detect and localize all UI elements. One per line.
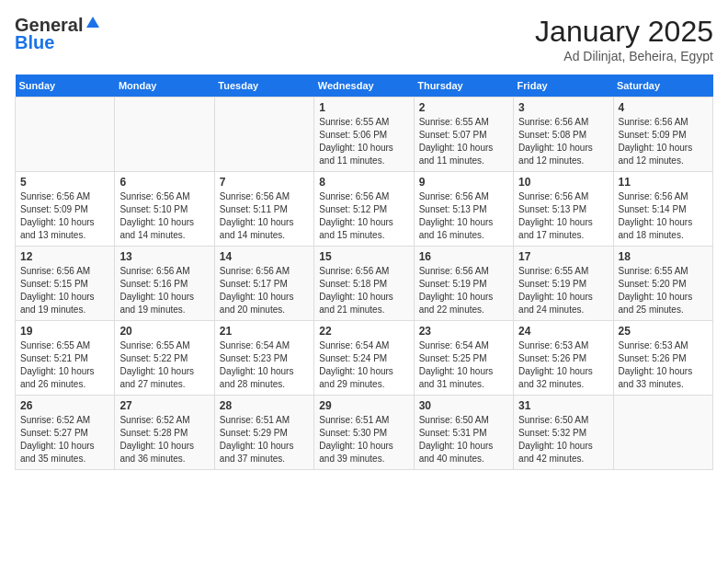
- calendar-cell: 11Sunrise: 6:56 AMSunset: 5:14 PMDayligh…: [613, 172, 712, 247]
- day-info: Sunrise: 6:56 AMSunset: 5:15 PMDaylight:…: [20, 265, 109, 316]
- calendar-cell: [613, 396, 712, 470]
- calendar-cell: 29Sunrise: 6:51 AMSunset: 5:30 PMDayligh…: [314, 396, 414, 470]
- day-info: Sunrise: 6:56 AMSunset: 5:09 PMDaylight:…: [619, 116, 708, 167]
- logo-triangle-icon: [85, 16, 100, 34]
- calendar-cell: [115, 98, 214, 172]
- calendar-cell: [16, 98, 115, 172]
- day-of-week-header: Tuesday: [214, 75, 313, 98]
- day-info: Sunrise: 6:55 AMSunset: 5:21 PMDaylight:…: [20, 339, 109, 391]
- calendar-cell: 28Sunrise: 6:51 AMSunset: 5:29 PMDayligh…: [214, 396, 313, 470]
- calendar-subtitle: Ad Dilinjat, Beheira, Egypt: [535, 49, 713, 63]
- logo: General Blue: [15, 15, 100, 53]
- calendar-cell: 27Sunrise: 6:52 AMSunset: 5:28 PMDayligh…: [115, 396, 214, 470]
- day-of-week-header: Saturday: [613, 75, 712, 98]
- day-number: 19: [20, 325, 109, 338]
- day-info: Sunrise: 6:56 AMSunset: 5:19 PMDaylight:…: [419, 265, 508, 316]
- calendar-cell: 15Sunrise: 6:56 AMSunset: 5:18 PMDayligh…: [314, 247, 414, 321]
- day-number: 13: [119, 250, 209, 263]
- calendar-week-row: 19Sunrise: 6:55 AMSunset: 5:21 PMDayligh…: [16, 321, 713, 396]
- day-info: Sunrise: 6:56 AMSunset: 5:10 PMDaylight:…: [119, 190, 209, 242]
- day-number: 11: [619, 176, 708, 189]
- calendar-header: SundayMondayTuesdayWednesdayThursdayFrid…: [16, 75, 713, 98]
- day-info: Sunrise: 6:56 AMSunset: 5:08 PMDaylight:…: [518, 116, 608, 167]
- logo-blue-text: Blue: [15, 32, 54, 53]
- day-number: 22: [319, 325, 408, 338]
- day-info: Sunrise: 6:54 AMSunset: 5:24 PMDaylight:…: [319, 339, 408, 391]
- day-number: 7: [220, 176, 309, 189]
- day-info: Sunrise: 6:51 AMSunset: 5:29 PMDaylight:…: [220, 414, 309, 465]
- day-number: 25: [619, 325, 708, 338]
- day-number: 15: [319, 250, 408, 263]
- day-info: Sunrise: 6:50 AMSunset: 5:31 PMDaylight:…: [419, 414, 508, 465]
- day-info: Sunrise: 6:55 AMSunset: 5:19 PMDaylight:…: [518, 265, 608, 316]
- calendar-cell: 23Sunrise: 6:54 AMSunset: 5:25 PMDayligh…: [414, 321, 513, 396]
- day-of-week-header: Thursday: [414, 75, 513, 98]
- calendar-cell: 8Sunrise: 6:56 AMSunset: 5:12 PMDaylight…: [314, 172, 414, 247]
- day-number: 31: [518, 399, 608, 412]
- day-info: Sunrise: 6:52 AMSunset: 5:27 PMDaylight:…: [20, 414, 109, 465]
- day-of-week-header: Friday: [514, 75, 613, 98]
- day-info: Sunrise: 6:56 AMSunset: 5:17 PMDaylight:…: [220, 265, 309, 316]
- calendar-title: January 2025: [535, 15, 713, 49]
- day-number: 4: [619, 101, 708, 114]
- day-info: Sunrise: 6:56 AMSunset: 5:14 PMDaylight:…: [619, 190, 708, 242]
- day-number: 17: [518, 250, 608, 263]
- calendar-cell: 20Sunrise: 6:55 AMSunset: 5:22 PMDayligh…: [115, 321, 214, 396]
- calendar-cell: 18Sunrise: 6:55 AMSunset: 5:20 PMDayligh…: [613, 247, 712, 321]
- day-number: 29: [319, 399, 408, 412]
- day-number: 8: [319, 176, 408, 189]
- page-header: General Blue January 2025 Ad Dilinjat, B…: [15, 15, 713, 63]
- day-info: Sunrise: 6:56 AMSunset: 5:12 PMDaylight:…: [319, 190, 408, 242]
- calendar-cell: 5Sunrise: 6:56 AMSunset: 5:09 PMDaylight…: [16, 172, 115, 247]
- days-of-week-row: SundayMondayTuesdayWednesdayThursdayFrid…: [16, 75, 713, 98]
- calendar-cell: 16Sunrise: 6:56 AMSunset: 5:19 PMDayligh…: [414, 247, 513, 321]
- calendar-cell: 10Sunrise: 6:56 AMSunset: 5:13 PMDayligh…: [514, 172, 613, 247]
- title-block: January 2025 Ad Dilinjat, Beheira, Egypt: [535, 15, 713, 63]
- day-number: 24: [518, 325, 608, 338]
- day-info: Sunrise: 6:56 AMSunset: 5:18 PMDaylight:…: [319, 265, 408, 316]
- day-number: 9: [419, 176, 508, 189]
- day-info: Sunrise: 6:52 AMSunset: 5:28 PMDaylight:…: [119, 414, 209, 465]
- day-info: Sunrise: 6:55 AMSunset: 5:20 PMDaylight:…: [619, 265, 708, 316]
- day-info: Sunrise: 6:50 AMSunset: 5:32 PMDaylight:…: [518, 414, 608, 465]
- calendar-cell: 26Sunrise: 6:52 AMSunset: 5:27 PMDayligh…: [16, 396, 115, 470]
- day-of-week-header: Wednesday: [314, 75, 414, 98]
- day-number: 1: [319, 101, 408, 114]
- calendar-cell: 1Sunrise: 6:55 AMSunset: 5:06 PMDaylight…: [314, 98, 414, 172]
- calendar-cell: 21Sunrise: 6:54 AMSunset: 5:23 PMDayligh…: [214, 321, 313, 396]
- day-info: Sunrise: 6:53 AMSunset: 5:26 PMDaylight:…: [518, 339, 608, 391]
- calendar-week-row: 12Sunrise: 6:56 AMSunset: 5:15 PMDayligh…: [16, 247, 713, 321]
- day-number: 20: [119, 325, 209, 338]
- calendar-table: SundayMondayTuesdayWednesdayThursdayFrid…: [15, 75, 713, 470]
- day-number: 5: [20, 176, 109, 189]
- calendar-cell: [214, 98, 313, 172]
- day-info: Sunrise: 6:56 AMSunset: 5:13 PMDaylight:…: [518, 190, 608, 242]
- day-number: 27: [119, 399, 209, 412]
- calendar-week-row: 1Sunrise: 6:55 AMSunset: 5:06 PMDaylight…: [16, 98, 713, 172]
- day-number: 21: [220, 325, 309, 338]
- calendar-cell: 30Sunrise: 6:50 AMSunset: 5:31 PMDayligh…: [414, 396, 513, 470]
- calendar-cell: 14Sunrise: 6:56 AMSunset: 5:17 PMDayligh…: [214, 247, 313, 321]
- calendar-week-row: 26Sunrise: 6:52 AMSunset: 5:27 PMDayligh…: [16, 396, 713, 470]
- day-info: Sunrise: 6:54 AMSunset: 5:23 PMDaylight:…: [220, 339, 309, 391]
- calendar-week-row: 5Sunrise: 6:56 AMSunset: 5:09 PMDaylight…: [16, 172, 713, 247]
- day-of-week-header: Sunday: [16, 75, 115, 98]
- day-info: Sunrise: 6:53 AMSunset: 5:26 PMDaylight:…: [619, 339, 708, 391]
- calendar-cell: 4Sunrise: 6:56 AMSunset: 5:09 PMDaylight…: [613, 98, 712, 172]
- day-info: Sunrise: 6:56 AMSunset: 5:09 PMDaylight:…: [20, 190, 109, 242]
- calendar-cell: 24Sunrise: 6:53 AMSunset: 5:26 PMDayligh…: [514, 321, 613, 396]
- day-info: Sunrise: 6:51 AMSunset: 5:30 PMDaylight:…: [319, 414, 408, 465]
- calendar-cell: 7Sunrise: 6:56 AMSunset: 5:11 PMDaylight…: [214, 172, 313, 247]
- calendar-cell: 6Sunrise: 6:56 AMSunset: 5:10 PMDaylight…: [115, 172, 214, 247]
- calendar-body: 1Sunrise: 6:55 AMSunset: 5:06 PMDaylight…: [16, 98, 713, 470]
- day-number: 10: [518, 176, 608, 189]
- day-info: Sunrise: 6:56 AMSunset: 5:16 PMDaylight:…: [119, 265, 209, 316]
- calendar-cell: 17Sunrise: 6:55 AMSunset: 5:19 PMDayligh…: [514, 247, 613, 321]
- day-info: Sunrise: 6:56 AMSunset: 5:11 PMDaylight:…: [220, 190, 309, 242]
- day-info: Sunrise: 6:55 AMSunset: 5:07 PMDaylight:…: [419, 116, 508, 167]
- calendar-cell: 25Sunrise: 6:53 AMSunset: 5:26 PMDayligh…: [613, 321, 712, 396]
- svg-marker-0: [86, 17, 99, 28]
- day-number: 28: [220, 399, 309, 412]
- day-number: 2: [419, 101, 508, 114]
- day-info: Sunrise: 6:56 AMSunset: 5:13 PMDaylight:…: [419, 190, 508, 242]
